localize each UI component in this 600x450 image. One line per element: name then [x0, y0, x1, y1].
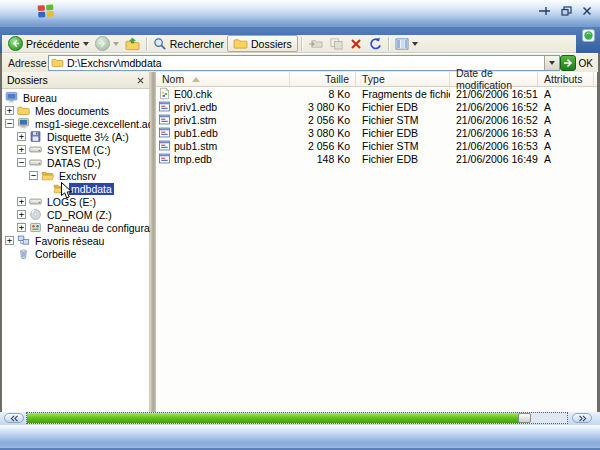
- seek-back-button[interactable]: [4, 413, 24, 423]
- file-name: tmp.edb: [174, 153, 212, 165]
- tree-item-label: Exchsrv: [57, 170, 98, 182]
- delete-x-icon: [350, 38, 362, 50]
- tree-item-system-c[interactable]: +SYSTEM (C:): [2, 143, 149, 156]
- file-size: 2 056 Ko: [290, 114, 356, 126]
- seek-thumb[interactable]: [518, 413, 531, 423]
- expand-icon[interactable]: +: [17, 145, 26, 154]
- tree-item-label: Disquette 3½ (A:): [45, 131, 131, 143]
- close-icon[interactable]: [582, 6, 592, 16]
- toolbar-separator: [388, 37, 389, 51]
- tree-item-panneau-de-configuration[interactable]: +Panneau de configuration: [2, 221, 149, 234]
- folders-icon: [233, 37, 248, 50]
- restore-icon[interactable]: [561, 6, 572, 16]
- go-button[interactable]: [560, 55, 576, 71]
- column-header-nom[interactable]: Nom: [156, 72, 290, 86]
- file-name: pub1.stm: [174, 140, 217, 152]
- control-panel-icon: [29, 221, 42, 234]
- tree-item-exchsrv[interactable]: −Exchsrv: [2, 169, 149, 182]
- file-row-tmp-edb[interactable]: tmp.edb148 KoFichier EDB21/06/2006 16:49…: [156, 152, 597, 165]
- pin-icon[interactable]: [538, 6, 551, 16]
- file-row-pub1-edb[interactable]: pub1.edb3 080 KoFichier EDB21/06/2006 16…: [156, 126, 597, 139]
- views-dropdown-icon[interactable]: [412, 42, 418, 46]
- tree-item-datas-d[interactable]: −DATAS (D:): [2, 156, 149, 169]
- up-button[interactable]: [122, 35, 143, 52]
- file-row-priv1-edb[interactable]: priv1.edb3 080 KoFichier EDB21/06/2006 1…: [156, 100, 597, 113]
- delete-button[interactable]: [347, 35, 365, 52]
- file-row-pub1-stm[interactable]: pub1.stm2 056 KoFichier STM21/06/2006 16…: [156, 139, 597, 152]
- tree-item-corbeille[interactable]: Corbeille: [2, 247, 149, 260]
- column-header-row: Nom Taille Type Date de modification Att…: [156, 72, 597, 87]
- column-header-date[interactable]: Date de modification: [450, 72, 538, 86]
- folders-panel-header: Dossiers: [2, 72, 149, 89]
- expand-icon[interactable]: +: [17, 132, 26, 141]
- tree-item-label: Mes documents: [33, 105, 111, 117]
- back-dropdown-icon[interactable]: [83, 42, 89, 46]
- folders-button[interactable]: Dossiers: [227, 35, 298, 52]
- column-header-type[interactable]: Type: [356, 72, 450, 86]
- address-dropdown-button[interactable]: [544, 56, 559, 70]
- seek-track[interactable]: [26, 412, 568, 424]
- file-type: Fichier EDB: [356, 127, 450, 139]
- mouse-cursor: [60, 181, 73, 202]
- file-name: pub1.edb: [174, 127, 218, 139]
- close-panel-icon[interactable]: [137, 74, 144, 86]
- file-size: 3 080 Ko: [290, 127, 356, 139]
- double-left-icon: [10, 415, 19, 422]
- file-attributes: A: [538, 101, 594, 113]
- copy-to-button[interactable]: [326, 35, 347, 52]
- collapse-icon[interactable]: −: [17, 158, 26, 167]
- views-icon: [395, 38, 409, 50]
- expand-icon[interactable]: +: [17, 210, 26, 219]
- search-icon: [153, 37, 167, 51]
- generic-file-icon: [158, 139, 171, 152]
- double-right-icon: [578, 415, 587, 422]
- file-row-e00-chk[interactable]: E00.chk8 KoFragments de fichie...21/06/2…: [156, 87, 597, 100]
- forward-button[interactable]: [92, 35, 122, 52]
- file-row-priv1-stm[interactable]: priv1.stm2 056 KoFichier STM21/06/2006 1…: [156, 113, 597, 126]
- file-date: 21/06/2006 16:53: [450, 140, 538, 152]
- collapse-icon[interactable]: −: [29, 171, 38, 180]
- back-button-label: Précédente: [26, 38, 80, 50]
- recycle-icon: [17, 247, 30, 260]
- views-button[interactable]: [392, 35, 421, 52]
- address-dropdown-icon: [549, 61, 555, 65]
- tree-item-label: CD_ROM (Z:): [45, 209, 114, 221]
- tree-item-bureau[interactable]: Bureau: [2, 91, 149, 104]
- tree-item-favoris-r-seau[interactable]: +Favoris réseau: [2, 234, 149, 247]
- back-button[interactable]: Précédente: [5, 35, 92, 52]
- player-controls-row: Sélection : Sélection3 04:59: [0, 425, 600, 450]
- file-size: 148 Ko: [290, 153, 356, 165]
- tree-item-mes-documents[interactable]: +Mes documents: [2, 104, 149, 117]
- demo-player-window: Précédente Rechercher Dossiers: [0, 0, 600, 450]
- tree-item-msg1-siege-cexcellent-ad[interactable]: −msg1-siege.cexcellent.ad: [2, 117, 149, 130]
- copy-to-icon: [329, 37, 344, 50]
- file-name: E00.chk: [174, 88, 212, 100]
- column-header-attributs[interactable]: Attributs: [538, 72, 594, 86]
- tree-item-label: DATAS (D:): [45, 157, 103, 169]
- expand-icon[interactable]: +: [5, 106, 14, 115]
- seek-forward-button[interactable]: [572, 413, 592, 423]
- toolbar-separator: [301, 37, 302, 51]
- search-button[interactable]: Rechercher: [150, 35, 227, 52]
- tree-item-cd-rom-z[interactable]: +CD_ROM (Z:): [2, 208, 149, 221]
- move-to-button[interactable]: [305, 35, 326, 52]
- tree-item-label: mdbdata: [69, 183, 114, 195]
- column-header-taille[interactable]: Taille: [290, 72, 356, 86]
- tree-item-mdbdata[interactable]: mdbdata: [2, 182, 149, 195]
- collapse-icon[interactable]: −: [5, 119, 14, 128]
- drive-icon: [29, 195, 42, 208]
- expand-icon[interactable]: +: [17, 197, 26, 206]
- tree-item-logs-e[interactable]: +LOGS (E:): [2, 195, 149, 208]
- go-arrow-icon: [563, 58, 573, 68]
- forward-arrow-icon: [95, 36, 110, 51]
- expand-icon[interactable]: +: [17, 223, 26, 232]
- tree-item-label: Corbeille: [33, 248, 78, 260]
- undo-button[interactable]: [365, 35, 385, 52]
- drive-icon: [29, 156, 42, 169]
- expand-icon[interactable]: +: [5, 236, 14, 245]
- file-date: 21/06/2006 16:52: [450, 114, 538, 126]
- tree-item-disquette-3-a[interactable]: +Disquette 3½ (A:): [2, 130, 149, 143]
- file-date: 21/06/2006 16:49: [450, 153, 538, 165]
- file-list: E00.chk8 KoFragments de fichie...21/06/2…: [156, 87, 597, 165]
- toolbar-separator: [146, 37, 147, 51]
